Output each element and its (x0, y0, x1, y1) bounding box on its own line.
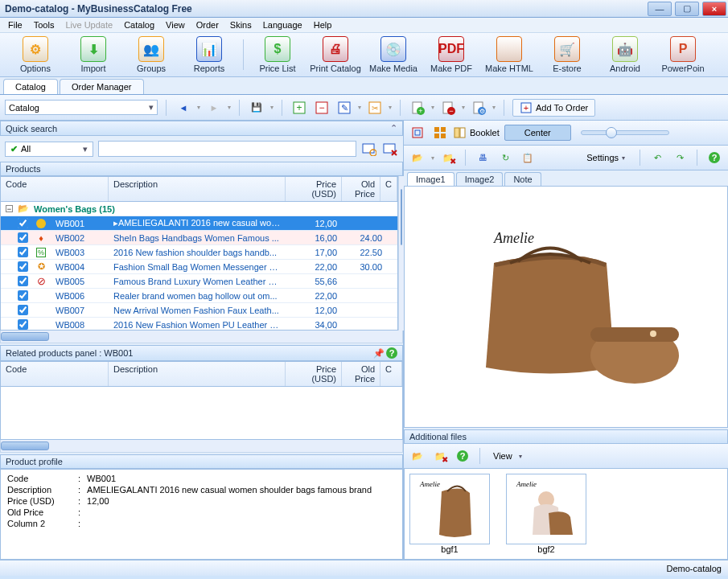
table-delete-icon[interactable]: − (313, 99, 331, 117)
window-title: Demo-catalog - MyBusinessCatalog Free (0, 3, 646, 14)
thumbnail[interactable]: Amelie bgf2 (506, 474, 586, 554)
rotate-right-icon[interactable]: ↷ (671, 149, 689, 166)
row-checkbox[interactable] (18, 290, 28, 301)
product-row[interactable]: WB001 ▸AMELIEGALANTI 2016 new casual wom… (1, 216, 397, 230)
zoom-fit-icon[interactable] (409, 124, 426, 142)
toolbar-e-store[interactable]: 🛒E-store (538, 36, 596, 73)
page-new-icon[interactable]: + (409, 99, 426, 117)
table-cut-icon[interactable]: ✂ (366, 99, 384, 117)
toolbar-make-media[interactable]: 💿Make Media (364, 36, 422, 73)
toolbar-powerpoin[interactable]: PPowerPoin (654, 36, 712, 73)
product-row[interactable]: WB007 New Arrival Women Fashion Faux Lea… (1, 302, 397, 317)
menu-file[interactable]: File (8, 20, 23, 30)
rotate-left-icon[interactable]: ↶ (648, 149, 666, 166)
row-checkbox[interactable] (18, 276, 28, 286)
maximize-button[interactable]: ▢ (675, 2, 699, 16)
tab-catalog[interactable]: Catalog (3, 79, 58, 94)
minimize-button[interactable]: — (648, 2, 672, 16)
product-row[interactable]: ✪ WB004 Fashion Small Bag Women Messenge… (1, 259, 397, 273)
quick-search-filter[interactable]: ✔ All (5, 142, 93, 157)
toolbar-reports[interactable]: 📊Reports (180, 36, 238, 73)
row-checkbox[interactable] (18, 247, 28, 257)
toolbar-android[interactable]: 🤖Android (596, 36, 654, 73)
row-checkbox[interactable] (18, 305, 28, 315)
toolbar-import[interactable]: ⬇Import (64, 36, 122, 73)
image-tab-note[interactable]: Note (504, 172, 541, 186)
menu-view[interactable]: View (166, 20, 185, 30)
settings-button[interactable]: Settings ▾ (580, 151, 631, 164)
center-button[interactable]: Center (504, 125, 571, 141)
refresh-icon[interactable]: ↻ (496, 149, 514, 166)
search-image-icon[interactable] (361, 141, 377, 157)
related-hscroll[interactable] (0, 440, 403, 453)
folder-open-icon[interactable]: 📂 (409, 149, 426, 166)
row-code: WB007 (51, 306, 109, 315)
svg-text:Amelie: Amelie (419, 480, 440, 488)
row-old-price: 22.50 (342, 248, 387, 257)
row-checkbox[interactable] (18, 319, 28, 330)
thumbnail[interactable]: Amelie bgf1 (409, 474, 490, 554)
products-hscroll[interactable] (0, 331, 403, 343)
folder-delete-icon[interactable]: 📁✖ (431, 447, 449, 465)
product-group-row[interactable]: − 📂 Women's Bags (15) (1, 202, 397, 216)
save-icon[interactable]: 💾 (248, 99, 265, 117)
collapse-icon[interactable]: ⌃ (390, 123, 397, 133)
clipboard-paste-icon[interactable]: 📋 (519, 149, 537, 166)
row-badge-icon: % (31, 248, 51, 257)
booklet-button[interactable]: Booklet (454, 127, 500, 138)
catalog-selector[interactable]: Catalog (5, 100, 158, 115)
forward-button[interactable]: ► (205, 99, 223, 117)
menu-tools[interactable]: Tools (34, 20, 55, 30)
toolbar-price-list[interactable]: $Price List (249, 36, 306, 73)
row-price: 17,00 (286, 248, 342, 257)
image-tab-2[interactable]: Image2 (456, 172, 504, 186)
table-edit-icon[interactable]: ✎ (335, 99, 353, 117)
zoom-slider[interactable] (581, 130, 669, 135)
toolbar-make-pdf[interactable]: PDFMake PDF (422, 36, 480, 73)
product-row[interactable]: % WB003 2016 New fashion shoulder bags h… (1, 244, 397, 259)
row-checkbox[interactable] (18, 261, 28, 272)
help-icon[interactable]: ? (454, 447, 471, 465)
image-tab-1[interactable]: Image1 (407, 172, 454, 186)
menu-catalog[interactable]: Catalog (124, 20, 154, 30)
menu-live-update[interactable]: Live Update (65, 20, 113, 30)
product-row[interactable]: ♦ WB002 SheIn Bags Handbags Women Famous… (1, 230, 397, 244)
add-to-order-button[interactable]: + Add To Order (512, 99, 595, 117)
svg-text:Amelie: Amelie (493, 230, 534, 246)
back-button[interactable]: ◄ (175, 99, 192, 117)
menu-skins[interactable]: Skins (230, 20, 252, 30)
menu-help[interactable]: Help (314, 20, 332, 30)
scanner-icon[interactable]: 🖶 (474, 149, 492, 166)
row-checkbox[interactable] (18, 232, 28, 243)
quick-search-input[interactable] (98, 141, 356, 157)
toolbar-print-catalog[interactable]: 🖨Print Catalog (306, 36, 364, 73)
toolbar-options[interactable]: ⚙Options (6, 36, 64, 73)
folder-open-icon[interactable]: 📂 (409, 447, 426, 465)
menu-order[interactable]: Order (196, 20, 219, 30)
toolbar-groups[interactable]: 👥Groups (122, 36, 180, 73)
product-row[interactable]: WB006 Realer brand women bag hollow out … (1, 288, 397, 302)
tab-order-manager[interactable]: Order Manager (60, 79, 144, 94)
close-button[interactable]: × (702, 2, 726, 16)
page-settings-icon[interactable]: ⚙ (470, 99, 487, 117)
profile-header: Product profile (0, 454, 403, 469)
help-icon[interactable]: ? (386, 347, 397, 359)
product-row[interactable]: WB008 2016 New Fashion Women PU Leather … (1, 317, 397, 331)
help-icon[interactable]: ? (705, 149, 723, 166)
page-delete-icon[interactable]: − (439, 99, 457, 117)
clear-search-icon[interactable] (382, 141, 398, 157)
row-checkbox[interactable] (18, 218, 28, 228)
products-vscroll[interactable] (398, 176, 404, 331)
make-html-icon (496, 36, 522, 62)
menu-language[interactable]: Language (263, 20, 302, 30)
product-row[interactable]: ⊘ WB005 Famous Brand Luxury Women Leathe… (1, 273, 397, 288)
options-icon: ⚙ (23, 36, 48, 62)
layout-icon[interactable] (431, 124, 449, 142)
folder-delete-icon[interactable]: 📁✖ (439, 149, 457, 166)
view-button[interactable]: View ▾ (488, 451, 527, 461)
table-new-icon[interactable]: + (290, 99, 308, 117)
pin-icon[interactable]: 📌 (373, 348, 385, 359)
row-code: WB005 (51, 277, 109, 286)
toolbar-make-html[interactable]: Make HTML (480, 36, 538, 73)
make-pdf-icon: PDF (438, 36, 464, 62)
